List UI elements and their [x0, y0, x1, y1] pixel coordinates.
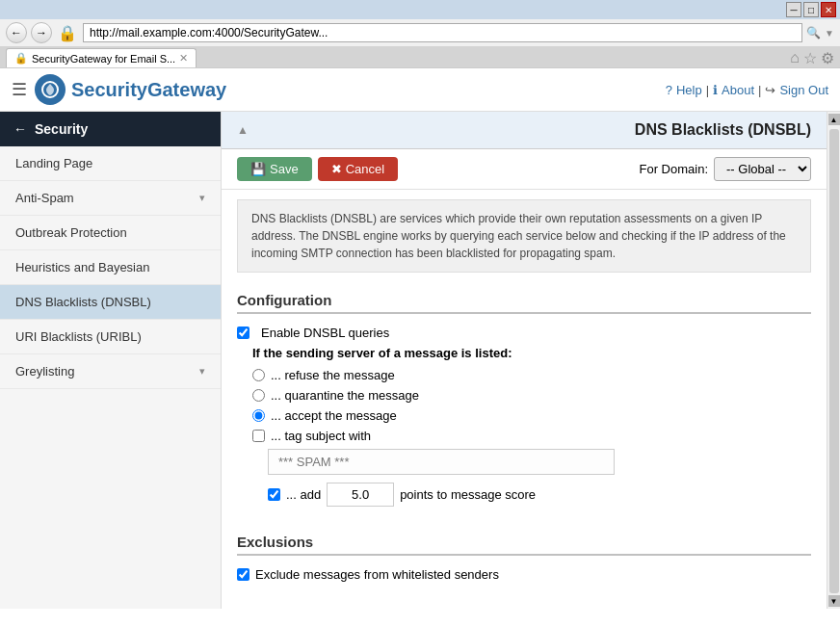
sidebar-item-uri-blacklists[interactable]: URI Blacklists (URIBL)	[0, 320, 221, 354]
signout-link[interactable]: Sign Out	[779, 83, 828, 97]
exclude-whitelisted-label: Exclude messages from whitelisted sender…	[255, 567, 499, 582]
nav-settings-icon[interactable]: ⚙	[821, 49, 834, 67]
scroll-thumb[interactable]	[829, 129, 839, 593]
help-icon: ?	[666, 83, 672, 97]
search-icon: 🔍	[806, 26, 821, 39]
exclusions-title: Exclusions	[237, 534, 811, 556]
add-points-checkbox[interactable]	[268, 488, 280, 501]
configuration-title: Configuration	[237, 292, 811, 314]
address-bar-input[interactable]	[83, 23, 802, 42]
refuse-radio[interactable]	[252, 369, 265, 381]
back-arrow-icon: ←	[13, 121, 27, 137]
page-title: DNS Blacklists (DNSBL)	[635, 121, 811, 139]
cancel-icon: ✖	[331, 162, 342, 176]
hamburger-menu-icon[interactable]: ☰	[12, 79, 27, 100]
tag-subject-checkbox[interactable]	[252, 430, 265, 442]
if-sending-server-label: If the sending server of a message is li…	[252, 346, 811, 360]
help-link[interactable]: Help	[676, 83, 702, 97]
sidebar-item-landing-page[interactable]: Landing Page	[0, 146, 221, 181]
dropdown-icon: ▼	[825, 28, 834, 39]
save-icon: 💾	[250, 162, 266, 176]
about-link[interactable]: About	[722, 83, 754, 97]
nav-links: ? Help | ℹ About | ↪ Sign Out	[666, 83, 828, 97]
tag-subject-label: ... tag subject with	[271, 429, 371, 443]
cancel-button[interactable]: ✖ Cancel	[318, 157, 398, 181]
favicon-icon: 🔒	[58, 24, 77, 42]
points-input[interactable]	[327, 483, 394, 507]
info-box: DNS Blacklists (DNSBL) are services whic…	[237, 199, 811, 273]
spam-tag-input[interactable]	[268, 449, 615, 475]
radio-group: If the sending server of a message is li…	[252, 346, 811, 507]
exclude-whitelisted-row: Exclude messages from whitelisted sender…	[237, 567, 811, 582]
logo-text: SecurityGateway	[71, 79, 226, 101]
sidebar-item-dns-blacklists[interactable]: DNS Blacklists (DNSBL)	[0, 285, 221, 320]
quarantine-radio[interactable]	[252, 389, 265, 402]
points-row: ... add points to message score	[268, 483, 811, 507]
save-button[interactable]: 💾 Save	[237, 157, 312, 181]
close-button[interactable]: ✕	[821, 2, 836, 17]
nav-home-icon[interactable]: ⌂	[790, 49, 800, 66]
enable-dnsbl-row: Enable DNSBL queries	[237, 326, 811, 340]
accept-radio[interactable]	[252, 409, 265, 422]
tag-subject-row: ... tag subject with	[252, 429, 811, 443]
add-label: ... add	[286, 487, 321, 502]
signout-icon: ↪	[765, 83, 775, 97]
minimize-button[interactable]: ─	[786, 2, 801, 17]
quarantine-radio-row: ... quarantine the message	[252, 388, 811, 403]
content-header: ▲ DNS Blacklists (DNSBL)	[222, 112, 827, 149]
accept-label: ... accept the message	[271, 408, 397, 423]
greylisting-caret-icon: ▾	[199, 365, 205, 378]
maximize-button[interactable]: □	[803, 2, 819, 17]
exclusions-section: Exclusions Exclude messages from whiteli…	[222, 524, 827, 597]
toolbar: 💾 Save ✖ Cancel For Domain: -- Global --	[222, 149, 827, 190]
enable-dnsbl-checkbox[interactable]	[237, 327, 249, 339]
nav-star-icon[interactable]: ☆	[803, 49, 817, 67]
points-suffix: points to message score	[400, 487, 536, 502]
toolbar-buttons: 💾 Save ✖ Cancel	[237, 157, 398, 181]
content-area: ▲ DNS Blacklists (DNSBL) 💾 Save ✖ Cancel	[222, 112, 827, 609]
refuse-radio-row: ... refuse the message	[252, 368, 811, 382]
sidebar-item-heuristics-bayesian[interactable]: Heuristics and Bayesian	[0, 250, 221, 285]
anti-spam-caret-icon: ▾	[199, 192, 205, 204]
enable-dnsbl-label: Enable DNSBL queries	[261, 326, 389, 340]
sidebar-section-label: Security	[35, 121, 88, 137]
browser-tab[interactable]: 🔒 SecurityGateway for Email S... ✕	[6, 48, 197, 67]
sidebar-item-outbreak-protection[interactable]: Outbreak Protection	[0, 216, 221, 250]
tab-close-icon[interactable]: ✕	[179, 52, 188, 65]
scroll-down-icon[interactable]: ▼	[828, 595, 840, 607]
scroll-up-icon[interactable]: ▲	[828, 114, 840, 125]
expand-icon[interactable]: ▲	[237, 123, 249, 137]
quarantine-label: ... quarantine the message	[271, 388, 419, 403]
refuse-label: ... refuse the message	[271, 368, 395, 382]
forward-button[interactable]: →	[31, 22, 52, 43]
scrollbar[interactable]: ▲ ▼	[827, 112, 840, 609]
back-button[interactable]: ←	[6, 22, 27, 43]
configuration-section: Configuration Enable DNSBL queries If th…	[222, 282, 827, 524]
domain-label: For Domain:	[639, 162, 708, 176]
domain-select[interactable]: -- Global --	[714, 157, 811, 181]
sidebar-header[interactable]: ← Security	[0, 112, 221, 146]
domain-selector: For Domain: -- Global --	[639, 157, 811, 181]
accept-radio-row: ... accept the message	[252, 408, 811, 423]
sidebar: ← Security Landing Page Anti-Spam ▾ Outb…	[0, 112, 222, 609]
exclude-whitelisted-checkbox[interactable]	[237, 568, 249, 581]
tab-label: SecurityGateway for Email S...	[32, 53, 175, 65]
about-icon: ℹ	[713, 83, 718, 97]
sidebar-item-anti-spam[interactable]: Anti-Spam ▾	[0, 181, 221, 216]
logo-icon	[35, 74, 66, 105]
tab-favicon-icon: 🔒	[14, 52, 28, 65]
sidebar-item-greylisting[interactable]: Greylisting ▾	[0, 354, 221, 389]
